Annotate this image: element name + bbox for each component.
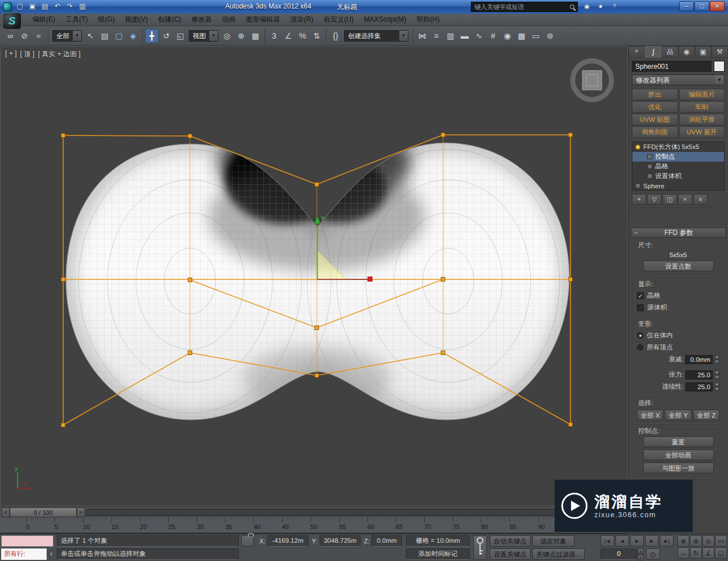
- tab-display[interactable]: ▣: [695, 46, 712, 57]
- modifier-set-button[interactable]: 涡轮平滑: [679, 114, 725, 125]
- stack-item-icon[interactable]: [647, 164, 652, 169]
- listener-expand-arrow[interactable]: ‹: [48, 548, 55, 560]
- tab-hierarchy[interactable]: 品: [661, 46, 678, 57]
- modifier-set-button[interactable]: 优化: [632, 101, 678, 113]
- snap-toggle-3d-icon[interactable]: 3: [267, 28, 281, 43]
- redo-icon[interactable]: ↷: [64, 2, 76, 12]
- tab-create[interactable]: ＊: [628, 46, 645, 57]
- zoom-icon[interactable]: ⊕: [677, 535, 689, 547]
- select-and-link-icon[interactable]: ∞: [3, 28, 17, 43]
- object-name-input[interactable]: Sphere001: [632, 61, 712, 72]
- spinner-snap-icon[interactable]: ⇅: [310, 28, 324, 43]
- schematic-view-icon[interactable]: #: [486, 28, 500, 43]
- maxscript-mini-listener-macro[interactable]: [1, 535, 53, 547]
- remove-modifier-icon[interactable]: ×: [678, 194, 692, 205]
- menu-item[interactable]: 工具(T): [60, 14, 93, 26]
- selection-filter-dropdown[interactable]: 全部 ▼: [52, 30, 82, 42]
- modifier-set-button[interactable]: 车削: [679, 101, 725, 113]
- modifier-stack-item[interactable]: 控制点: [632, 152, 724, 162]
- maxscript-mini-listener[interactable]: 所有行:: [1, 548, 47, 560]
- curve-editor-icon[interactable]: ∿: [472, 28, 486, 43]
- modifier-set-button[interactable]: 倒角剖面: [632, 126, 678, 138]
- render-production-icon[interactable]: ⊚: [543, 28, 557, 43]
- time-slider-prev-arrow[interactable]: <: [2, 508, 10, 517]
- communication-center-icon[interactable]: ◉: [581, 2, 593, 12]
- chevron-down-icon[interactable]: ▼: [715, 75, 724, 85]
- select-and-manipulate-icon[interactable]: ⊕: [234, 28, 248, 43]
- viewport-top[interactable]: [ + ] [ 顶 ] [ 真实 + 边面 ]: [0, 46, 628, 506]
- spinner-arrows[interactable]: ▲▼: [714, 355, 719, 364]
- tension-spinner[interactable]: 25.0: [685, 370, 713, 380]
- menu-item[interactable]: 视图(V): [120, 14, 153, 26]
- configure-modifier-sets-icon[interactable]: ≡: [693, 194, 708, 205]
- menu-item[interactable]: 创建(C): [153, 14, 187, 26]
- time-configuration-button[interactable]: ◷: [646, 548, 660, 560]
- viewport-menu-shading[interactable]: [ 真实 + 边面 ]: [38, 50, 81, 59]
- ffd-parameters-rollout-header[interactable]: − FFD 参数: [631, 228, 726, 238]
- next-frame-icon[interactable]: ►: [645, 535, 659, 547]
- material-editor-icon[interactable]: ◉: [500, 28, 514, 43]
- zoom-region-icon[interactable]: ▭: [715, 535, 727, 547]
- stack-item-icon[interactable]: [635, 183, 640, 188]
- source-volume-checkbox[interactable]: [637, 304, 644, 311]
- play-animation-icon[interactable]: ►: [630, 535, 644, 547]
- conform-to-shape-button[interactable]: 与图形一致: [643, 463, 714, 473]
- select-and-move-icon[interactable]: ╋: [145, 28, 159, 43]
- all-y-button[interactable]: 全部 Y: [665, 410, 691, 420]
- menu-item[interactable]: 图形编辑器: [241, 14, 285, 26]
- undo-icon[interactable]: ↶: [52, 2, 63, 12]
- use-pivot-center-icon[interactable]: ◎: [220, 28, 234, 43]
- menu-item[interactable]: MAXScript(M): [359, 14, 412, 26]
- help-icon[interactable]: ?: [609, 2, 620, 12]
- edit-named-selection-sets-icon[interactable]: {}: [329, 28, 342, 43]
- modifier-stack-item[interactable]: 设置体积: [632, 171, 724, 181]
- tab-utilities[interactable]: ⚒: [712, 46, 728, 57]
- graphite-ribbon-icon[interactable]: ▬: [458, 28, 471, 43]
- zoom-extents-icon[interactable]: ⊙: [702, 535, 714, 547]
- time-slider-track[interactable]: [86, 509, 626, 516]
- selected-filter-dropdown[interactable]: 选定对象: [532, 535, 574, 547]
- render-setup-icon[interactable]: ▩: [515, 28, 528, 43]
- previous-frame-icon[interactable]: ◄: [615, 535, 629, 547]
- mirror-icon[interactable]: ⋈: [415, 28, 429, 43]
- chevron-down-icon[interactable]: ▼: [209, 31, 218, 41]
- modifier-list-dropdown[interactable]: 修改器列表 ▼: [632, 75, 725, 85]
- current-frame-field[interactable]: 0: [601, 548, 637, 560]
- stack-item-icon[interactable]: [647, 154, 652, 159]
- tab-modify[interactable]: ∫: [645, 46, 661, 57]
- falloff-spinner[interactable]: 0.0mm: [685, 355, 713, 364]
- y-coordinate-field[interactable]: 3048.725m: [320, 535, 361, 547]
- reset-button[interactable]: 重置: [643, 436, 714, 447]
- project-folder-icon[interactable]: ▥: [77, 2, 88, 12]
- modifier-stack-item[interactable]: Sphere: [632, 181, 724, 191]
- search-icon[interactable]: [570, 5, 574, 9]
- show-end-result-icon[interactable]: ▽: [647, 194, 661, 205]
- stack-item-icon[interactable]: [635, 145, 640, 150]
- orbit-icon[interactable]: ↻: [690, 547, 702, 559]
- maximize-viewport-icon[interactable]: ◱: [715, 547, 727, 559]
- menu-item[interactable]: 修改器: [186, 14, 217, 26]
- save-file-icon[interactable]: ▤: [39, 2, 51, 12]
- menu-item[interactable]: 编辑(E): [27, 14, 60, 26]
- maximize-button[interactable]: □: [694, 1, 709, 11]
- modifier-set-button[interactable]: UVW 展开: [679, 126, 725, 138]
- minimize-button[interactable]: –: [679, 1, 694, 11]
- chevron-down-icon[interactable]: ▼: [73, 31, 81, 41]
- viewport-canvas[interactable]: Y y x: [1, 47, 628, 506]
- close-button[interactable]: ×: [710, 1, 725, 11]
- modifier-stack-item[interactable]: FFD(长方体) 5x5x5: [632, 142, 724, 152]
- menu-item[interactable]: 组(G): [93, 14, 119, 26]
- modifier-set-button[interactable]: 编辑面片: [679, 89, 725, 100]
- z-coordinate-field[interactable]: 0.0mm: [371, 535, 402, 547]
- time-slider-thumb[interactable]: 0 / 100: [10, 508, 77, 517]
- add-time-tag[interactable]: 添加时间标记: [406, 548, 470, 560]
- unlink-selection-icon[interactable]: ⊘: [18, 28, 31, 43]
- modifier-stack-item[interactable]: 晶格: [632, 162, 724, 171]
- view-cube[interactable]: [573, 61, 611, 100]
- select-and-scale-icon[interactable]: ◱: [173, 28, 187, 43]
- set-keys-button[interactable]: [473, 535, 487, 560]
- continuity-spinner[interactable]: 25.0: [685, 382, 713, 391]
- menu-item[interactable]: 帮助(H): [411, 14, 445, 26]
- select-and-rotate-icon[interactable]: ↺: [159, 28, 173, 43]
- new-scene-icon[interactable]: ▢: [14, 2, 26, 12]
